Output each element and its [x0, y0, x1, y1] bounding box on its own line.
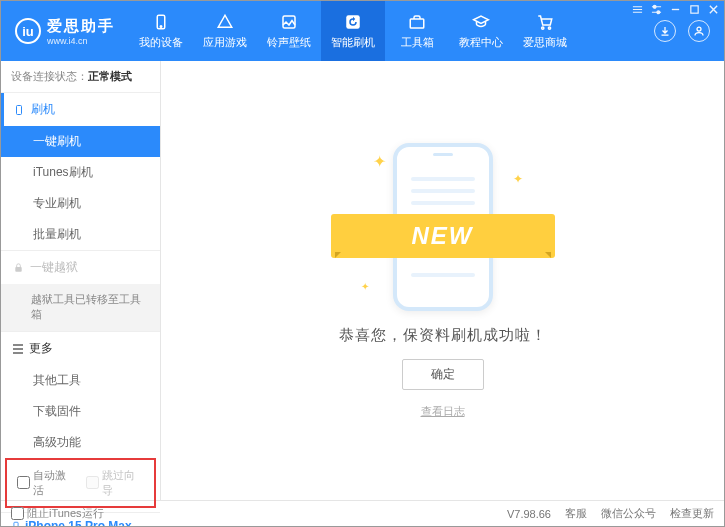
checkbox-skip-wizard[interactable]: 跳过向导: [86, 468, 145, 498]
close-icon[interactable]: [708, 4, 719, 15]
main-content: ✦ ✦ ✦ NEW 恭喜您，保资料刷机成功啦！ 确定 查看日志: [161, 61, 724, 500]
image-icon: [280, 13, 298, 31]
svg-rect-12: [15, 267, 21, 272]
app-header: iu 爱思助手 www.i4.cn 我的设备 应用游戏 铃声壁纸 智能刷机 工具…: [1, 1, 724, 61]
sidebar-item-other[interactable]: 其他工具: [1, 365, 160, 396]
maximize-icon[interactable]: [689, 4, 700, 15]
minimize-icon[interactable]: [670, 4, 681, 15]
new-badge: NEW: [331, 214, 555, 258]
lock-icon: [13, 262, 24, 273]
sidebar-item-batch[interactable]: 批量刷机: [1, 219, 160, 250]
group-flash[interactable]: 刷机: [1, 93, 160, 126]
sidebar-item-oneclick[interactable]: 一键刷机: [1, 126, 160, 157]
logo: iu 爱思助手 www.i4.cn: [1, 17, 129, 46]
svg-point-5: [542, 26, 544, 28]
app-name: 爱思助手: [47, 17, 115, 36]
ok-button[interactable]: 确定: [402, 359, 484, 390]
cap-icon: [472, 13, 490, 31]
sidebar-item-pro[interactable]: 专业刷机: [1, 188, 160, 219]
top-nav: 我的设备 应用游戏 铃声壁纸 智能刷机 工具箱 教程中心 爱思商城: [129, 1, 577, 61]
nav-tools[interactable]: 工具箱: [385, 1, 449, 61]
user-button[interactable]: [688, 20, 710, 42]
apps-icon: [216, 13, 234, 31]
svg-point-1: [160, 25, 162, 27]
wechat-link[interactable]: 微信公众号: [601, 506, 656, 521]
nav-tutorials[interactable]: 教程中心: [449, 1, 513, 61]
phone-icon: [13, 104, 25, 116]
svg-point-7: [697, 27, 701, 31]
checkbox-auto-activate[interactable]: 自动激活: [17, 468, 76, 498]
menu-icon[interactable]: [632, 4, 643, 15]
logo-icon: iu: [15, 18, 41, 44]
nav-apps[interactable]: 应用游戏: [193, 1, 257, 61]
nav-ringtones[interactable]: 铃声壁纸: [257, 1, 321, 61]
svg-point-8: [653, 5, 656, 8]
sidebar: 设备连接状态：正常模式 刷机 一键刷机 iTunes刷机 专业刷机 批量刷机 一…: [1, 61, 161, 500]
options-highlight: 自动激活 跳过向导: [5, 458, 156, 508]
update-link[interactable]: 检查更新: [670, 506, 714, 521]
nav-flash[interactable]: 智能刷机: [321, 1, 385, 61]
svg-rect-13: [14, 522, 18, 527]
phone-icon: [152, 13, 170, 31]
svg-point-6: [548, 26, 550, 28]
sidebar-item-download[interactable]: 下载固件: [1, 396, 160, 427]
support-link[interactable]: 客服: [565, 506, 587, 521]
success-message: 恭喜您，保资料刷机成功啦！: [339, 326, 547, 345]
nav-my-device[interactable]: 我的设备: [129, 1, 193, 61]
version-text: V7.98.66: [507, 508, 551, 520]
svg-rect-11: [17, 105, 22, 114]
device-status: 设备连接状态：正常模式: [1, 61, 160, 92]
window-controls: [632, 4, 719, 15]
svg-point-9: [657, 11, 660, 14]
download-icon: [659, 25, 671, 37]
settings-icon[interactable]: [651, 4, 662, 15]
view-log-link[interactable]: 查看日志: [421, 404, 465, 419]
svg-rect-4: [410, 19, 424, 28]
jailbreak-note: 越狱工具已转移至工具箱: [1, 284, 160, 331]
toolbox-icon: [408, 13, 426, 31]
download-button[interactable]: [654, 20, 676, 42]
success-illustration: ✦ ✦ ✦ NEW: [343, 142, 543, 312]
sidebar-item-advanced[interactable]: 高级功能: [1, 427, 160, 458]
refresh-icon: [344, 13, 362, 31]
nav-store[interactable]: 爱思商城: [513, 1, 577, 61]
sidebar-item-itunes[interactable]: iTunes刷机: [1, 157, 160, 188]
app-url: www.i4.cn: [47, 36, 115, 46]
group-more[interactable]: 更多: [1, 332, 160, 365]
group-jailbreak: 一键越狱: [1, 251, 160, 284]
cart-icon: [536, 13, 554, 31]
svg-rect-10: [691, 6, 698, 13]
checkbox-block-itunes[interactable]: 阻止iTunes运行: [11, 506, 104, 521]
user-icon: [693, 25, 705, 37]
